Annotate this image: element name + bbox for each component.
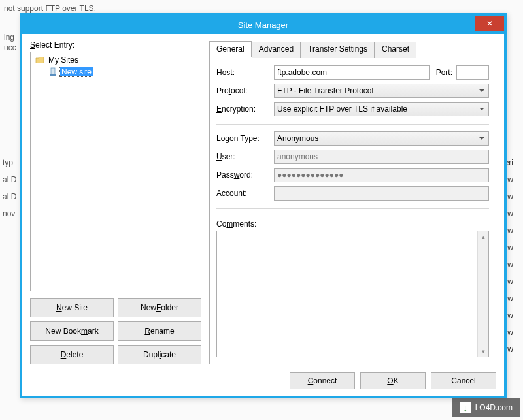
new-site-button[interactable]: New Site (30, 298, 114, 317)
download-icon (460, 402, 471, 413)
bg-text: ing (4, 33, 14, 42)
protocol-value: FTP - File Transfer Protocol (277, 86, 373, 95)
tree-root[interactable]: My Sites (33, 54, 198, 66)
comments-textarea[interactable] (217, 231, 477, 357)
user-input (274, 150, 489, 164)
bg-text: al D (3, 192, 16, 201)
tree-item[interactable]: New site (33, 66, 198, 78)
bg-text: ucc (4, 43, 16, 52)
watermark-text: LO4D.com (475, 403, 513, 412)
comments-textarea-wrap: ▴ ▾ (216, 231, 489, 357)
comments-label: Comments: (216, 219, 489, 229)
tree-item-label: New site (60, 67, 93, 76)
encryption-select[interactable]: Use explicit FTP over TLS if available (274, 102, 489, 116)
connect-button[interactable]: Connect (290, 372, 355, 389)
tab-content: Host: Port: Protocol: FTP - File Transfe… (209, 57, 496, 364)
divider (216, 208, 489, 209)
host-input[interactable] (274, 65, 430, 80)
password-label: Password: (216, 170, 270, 180)
encryption-label: Encryption: (216, 105, 270, 114)
watermark: LO4D.com (452, 398, 520, 417)
host-label: Host: (216, 68, 270, 77)
close-button[interactable]: ✕ (475, 16, 504, 31)
close-icon: ✕ (486, 19, 493, 28)
delete-button[interactable]: Delete (30, 345, 114, 364)
new-folder-button[interactable]: New Folder (118, 298, 201, 317)
ok-button[interactable]: OK (360, 372, 426, 389)
encryption-value: Use explicit FTP over TLS if available (277, 105, 407, 114)
tab-general[interactable]: General (209, 41, 252, 57)
svg-rect-0 (51, 68, 55, 74)
account-label: Account: (216, 189, 270, 198)
chevron-down-icon (479, 137, 484, 140)
site-manager-dialog: Site Manager ✕ Select Entry: My Sites (20, 13, 507, 398)
tabs: General Advanced Transfer Settings Chars… (209, 40, 496, 57)
protocol-label: Protocol: (216, 86, 270, 95)
select-entry-label: Select Entry: (30, 40, 201, 50)
bg-text: nov (3, 209, 15, 218)
svg-rect-1 (50, 74, 56, 76)
bg-text: not support FTP over TLS. (4, 4, 96, 13)
site-tree[interactable]: My Sites New site (30, 52, 201, 291)
titlebar[interactable]: Site Manager ✕ (22, 16, 504, 34)
tree-root-label: My Sites (47, 56, 80, 65)
divider (216, 124, 489, 125)
chevron-down-icon (479, 89, 484, 92)
port-label: Port: (436, 68, 452, 77)
cancel-button[interactable]: Cancel (431, 372, 496, 389)
folder-icon (35, 56, 45, 65)
tab-transfer-settings[interactable]: Transfer Settings (301, 42, 375, 58)
password-input (274, 168, 489, 182)
scroll-up-icon[interactable]: ▴ (478, 231, 488, 242)
logon-type-select[interactable]: Anonymous (274, 131, 489, 146)
account-input (274, 186, 489, 201)
scroll-down-icon[interactable]: ▾ (478, 346, 488, 357)
port-input[interactable] (456, 65, 489, 80)
scrollbar[interactable]: ▴ ▾ (477, 231, 488, 357)
rename-button[interactable]: Rename (118, 321, 201, 341)
user-label: User: (216, 152, 270, 161)
server-icon (48, 67, 58, 76)
chevron-down-icon (479, 108, 484, 110)
new-bookmark-button[interactable]: New Bookmark (30, 321, 114, 341)
logon-type-label: Logon Type: (216, 134, 270, 143)
tab-charset[interactable]: Charset (375, 42, 416, 58)
bg-text: al D (3, 175, 16, 184)
logon-type-value: Anonymous (277, 134, 318, 143)
protocol-select[interactable]: FTP - File Transfer Protocol (274, 84, 489, 98)
tab-advanced[interactable]: Advanced (252, 42, 301, 58)
window-title: Site Manager (238, 20, 288, 30)
duplicate-button[interactable]: Duplicate (118, 345, 201, 364)
bg-text: typ (3, 158, 13, 167)
